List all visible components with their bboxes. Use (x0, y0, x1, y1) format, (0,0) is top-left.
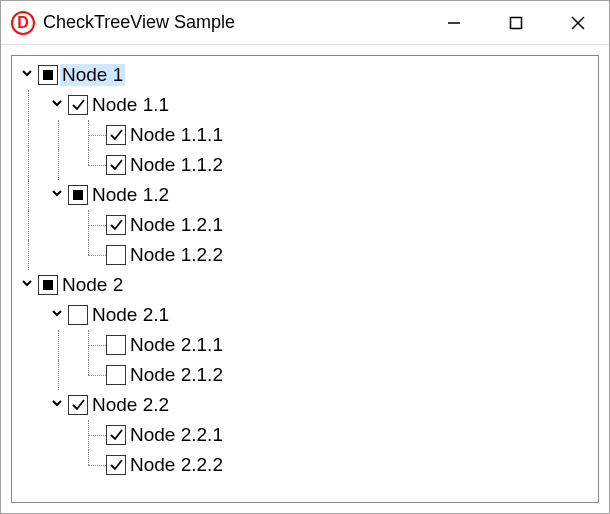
checkmark-icon (108, 217, 124, 233)
tree-node[interactable]: Node 2.1.1 (16, 330, 598, 360)
node-label[interactable]: Node 2.1.1 (128, 334, 225, 356)
tree-guide (16, 150, 46, 180)
minimize-icon (447, 16, 461, 30)
tree-guide (16, 420, 46, 450)
tree-view[interactable]: Node 1Node 1.1Node 1.1.1Node 1.1.2Node 1… (11, 55, 599, 503)
chevron-down-icon (20, 276, 34, 294)
checkmark-icon (108, 427, 124, 443)
checkbox[interactable] (106, 425, 126, 445)
tree-node[interactable]: Node 2.1 (16, 300, 598, 330)
tree-node[interactable]: Node 2.2 (16, 390, 598, 420)
indeterminate-icon (43, 280, 53, 290)
tree-guide (76, 120, 106, 150)
checkbox[interactable] (106, 455, 126, 475)
tree-guide (16, 90, 46, 120)
tree-guide (46, 150, 76, 180)
tree-guide (76, 420, 106, 450)
tree-guide (46, 240, 76, 270)
checkbox[interactable] (68, 185, 88, 205)
checkbox[interactable] (106, 245, 126, 265)
checkmark-icon (108, 157, 124, 173)
node-label[interactable]: Node 1.2 (90, 184, 171, 206)
chevron-down-icon (50, 396, 64, 414)
node-label[interactable]: Node 2 (60, 274, 125, 296)
tree-guide (16, 450, 46, 480)
tree-guide (16, 390, 46, 420)
window-title: CheckTreeView Sample (43, 12, 423, 33)
close-button[interactable] (547, 1, 609, 44)
indeterminate-icon (43, 70, 53, 80)
tree-node[interactable]: Node 2 (16, 270, 598, 300)
tree-guide (76, 450, 106, 480)
tree-guide (46, 330, 76, 360)
expander-toggle[interactable] (46, 390, 68, 420)
tree-node[interactable]: Node 1 (16, 60, 598, 90)
chevron-down-icon (50, 186, 64, 204)
expander-toggle[interactable] (46, 180, 68, 210)
checkmark-icon (70, 97, 86, 113)
checkbox[interactable] (106, 335, 126, 355)
tree-node[interactable]: Node 1.1 (16, 90, 598, 120)
expander-toggle[interactable] (46, 90, 68, 120)
close-icon (571, 16, 585, 30)
node-label[interactable]: Node 1.2.1 (128, 214, 225, 236)
tree-guide (46, 420, 76, 450)
node-label[interactable]: Node 2.1.2 (128, 364, 225, 386)
node-label[interactable]: Node 2.2.2 (128, 454, 225, 476)
tree-guide (16, 360, 46, 390)
app-icon-letter: D (17, 14, 29, 31)
client-area: Node 1Node 1.1Node 1.1.1Node 1.1.2Node 1… (1, 45, 609, 513)
checkbox[interactable] (106, 155, 126, 175)
node-label[interactable]: Node 1.1.1 (128, 124, 225, 146)
checkbox[interactable] (38, 65, 58, 85)
tree-guide (46, 120, 76, 150)
checkmark-icon (70, 397, 86, 413)
node-label[interactable]: Node 1 (60, 64, 125, 86)
tree-guide (16, 120, 46, 150)
checkbox[interactable] (68, 305, 88, 325)
app-icon: D (11, 11, 35, 35)
checkbox[interactable] (68, 395, 88, 415)
tree-guide (46, 360, 76, 390)
maximize-button[interactable] (485, 1, 547, 44)
checkbox[interactable] (38, 275, 58, 295)
chevron-down-icon (50, 306, 64, 324)
tree-node[interactable]: Node 1.1.2 (16, 150, 598, 180)
expander-toggle[interactable] (16, 270, 38, 300)
node-label[interactable]: Node 1.1 (90, 94, 171, 116)
tree-guide (46, 450, 76, 480)
tree-guide (16, 240, 46, 270)
tree-guide (76, 150, 106, 180)
tree-node[interactable]: Node 2.2.1 (16, 420, 598, 450)
tree-guide (76, 360, 106, 390)
tree-node[interactable]: Node 1.2 (16, 180, 598, 210)
tree-node[interactable]: Node 1.2.1 (16, 210, 598, 240)
chevron-down-icon (20, 66, 34, 84)
expander-toggle[interactable] (46, 300, 68, 330)
expander-toggle[interactable] (16, 60, 38, 90)
tree-node[interactable]: Node 2.1.2 (16, 360, 598, 390)
tree-node[interactable]: Node 2.2.2 (16, 450, 598, 480)
node-label[interactable]: Node 1.1.2 (128, 154, 225, 176)
titlebar: D CheckTreeView Sample (1, 1, 609, 45)
checkbox[interactable] (106, 365, 126, 385)
tree-guide (16, 210, 46, 240)
tree-guide (16, 330, 46, 360)
tree-guide (76, 240, 106, 270)
checkbox[interactable] (106, 215, 126, 235)
tree-guide (16, 180, 46, 210)
node-label[interactable]: Node 2.2 (90, 394, 171, 416)
minimize-button[interactable] (423, 1, 485, 44)
checkbox[interactable] (68, 95, 88, 115)
tree-guide (16, 300, 46, 330)
tree-node[interactable]: Node 1.2.2 (16, 240, 598, 270)
checkmark-icon (108, 457, 124, 473)
node-label[interactable]: Node 1.2.2 (128, 244, 225, 266)
node-label[interactable]: Node 2.2.1 (128, 424, 225, 446)
checkbox[interactable] (106, 125, 126, 145)
tree-node[interactable]: Node 1.1.1 (16, 120, 598, 150)
window-controls (423, 1, 609, 44)
chevron-down-icon (50, 96, 64, 114)
indeterminate-icon (73, 190, 83, 200)
node-label[interactable]: Node 2.1 (90, 304, 171, 326)
